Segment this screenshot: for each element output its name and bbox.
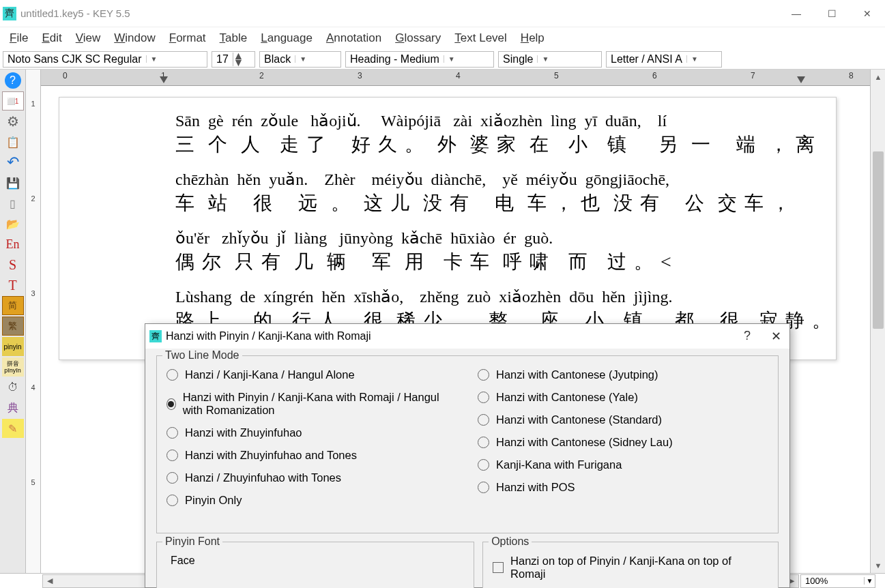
radio-option[interactable]: Hanzi with POS	[478, 481, 768, 494]
menu-text-level[interactable]: Text Level	[449, 29, 512, 48]
zoom-value: 100%	[801, 576, 864, 586]
menu-annotation[interactable]: Annotation	[321, 29, 387, 48]
radio-option[interactable]: Hanzi with Zhuyinfuhao	[166, 426, 457, 439]
radio-icon[interactable]	[166, 398, 176, 410]
paper-combo[interactable]: Letter / ANSI A▼	[606, 51, 722, 68]
page[interactable]: Sān gè rén zǒule hǎojiǔ. Wàipójiā zài xi…	[59, 97, 837, 360]
radio-label: Hanzi / Kanji-Kana / Hangul Alone	[185, 368, 355, 381]
radio-label: Hanzi with Zhuyinfuhao and Tones	[185, 449, 357, 462]
left-margin-icon[interactable]	[160, 76, 168, 83]
radio-option[interactable]: Hanzi / Kanji-Kana / Hangul Alone	[166, 368, 457, 381]
spacing-combo[interactable]: Single▼	[498, 51, 602, 68]
scroll-down-icon[interactable]: ▼	[871, 558, 885, 573]
chevron-down-icon: ▼	[146, 55, 158, 63]
left-rail: ? ⬜1 ⚙ 📋 ↶ 💾 ▯ 📂 En S T 简 繁 pinyin 拼音pīn…	[0, 70, 26, 573]
maximize-button[interactable]: ☐	[814, 0, 850, 27]
traditional-han-icon[interactable]: 繁	[2, 317, 24, 336]
radio-label: Hanzi with Pinyin / Kanji-Kana with Roma…	[183, 391, 457, 417]
minimize-button[interactable]: —	[779, 0, 814, 27]
pinyin-line: Sān gè rén zǒule hǎojiǔ. Wàipójiā zài xi…	[175, 111, 809, 130]
radio-icon[interactable]	[166, 472, 178, 484]
menubar: File Edit View Window Format Table Langu…	[0, 27, 885, 49]
menu-edit[interactable]: Edit	[36, 29, 67, 48]
new-icon[interactable]: ▯	[2, 194, 24, 213]
simplified-han-icon[interactable]: 简	[2, 296, 24, 315]
menu-file[interactable]: File	[4, 29, 33, 48]
radio-icon[interactable]	[166, 369, 178, 381]
zoom-combo[interactable]: 100%▼	[800, 574, 875, 588]
scroll-up-icon[interactable]: ▲	[871, 70, 885, 85]
hanzi-line: 偶 尔 只 有 几 辆 军 用 卡 车 呼 啸 而 过 。 <	[175, 249, 809, 275]
titlebar: 齊 untitled1.key5 - KEY 5.5 — ☐ ✕	[0, 0, 885, 27]
radio-option[interactable]: Pinyin Only	[166, 494, 457, 507]
group-title: Options	[489, 535, 532, 548]
radio-icon[interactable]	[478, 482, 489, 493]
text-body[interactable]: Sān gè rén zǒule hǎojiǔ. Wàipójiā zài xi…	[59, 98, 836, 359]
help-icon[interactable]: ?	[5, 72, 21, 89]
open-icon[interactable]: 📂	[2, 214, 24, 233]
size-combo[interactable]: 17▲▼	[212, 51, 255, 68]
pinyin-label-icon[interactable]: 拼音pīnyīn	[2, 357, 24, 377]
paper-value: Letter / ANSI A	[607, 53, 686, 65]
vertical-scrollbar[interactable]: ▲ ▼	[870, 70, 885, 573]
checkbox-hanzi-on-top[interactable]	[493, 562, 504, 573]
menu-table[interactable]: Table	[214, 29, 253, 48]
style-combo[interactable]: Heading - Medium▼	[345, 51, 494, 68]
menu-language[interactable]: Language	[255, 29, 318, 48]
horizontal-ruler[interactable]: 0 1 2 3 4 5 6 7 8	[41, 70, 885, 86]
dialog-title: Hanzi with Pinyin / Kanji-Kana with Roma…	[166, 330, 371, 342]
radio-option[interactable]: Hanzi with Cantonese (Standard)	[478, 413, 768, 426]
dictionary-icon[interactable]: 典	[2, 398, 24, 417]
simplified-icon[interactable]: S	[2, 255, 24, 274]
radio-option[interactable]: Hanzi with Zhuyinfuhao and Tones	[166, 449, 457, 462]
timer-icon[interactable]: ⏱	[2, 378, 24, 397]
radio-icon[interactable]	[478, 369, 489, 381]
radio-option[interactable]: Hanzi with Pinyin / Kanji-Kana with Roma…	[166, 391, 457, 417]
radio-option[interactable]: Hanzi with Cantonese (Yale)	[478, 391, 768, 404]
group-title: Two Line Mode	[162, 349, 242, 362]
gear-icon[interactable]: ⚙	[2, 112, 24, 131]
radio-option[interactable]: Hanzi with Cantonese (Jyutping)	[478, 368, 768, 381]
pinyin-font-group: Pinyin Font Face	[156, 542, 474, 588]
right-margin-icon[interactable]	[797, 76, 805, 83]
color-combo[interactable]: Black▼	[259, 51, 341, 68]
radio-label: Hanzi with Cantonese (Sidney Lau)	[496, 436, 673, 449]
radio-icon[interactable]	[478, 459, 489, 471]
dialog-close-button[interactable]: ✕	[771, 329, 781, 344]
dialog-help-button[interactable]: ?	[744, 329, 751, 344]
radio-icon[interactable]	[166, 495, 178, 506]
radio-label: Hanzi with POS	[496, 481, 575, 494]
menu-view[interactable]: View	[70, 29, 106, 48]
radio-icon[interactable]	[478, 392, 489, 403]
radio-label: Hanzi with Cantonese (Yale)	[496, 391, 638, 404]
traditional-icon[interactable]: T	[2, 276, 24, 295]
save-icon[interactable]: 💾	[2, 173, 24, 192]
radio-option[interactable]: Hanzi / Zhuyinfuhao with Tones	[166, 471, 457, 484]
scroll-left-icon[interactable]: ◀	[43, 576, 57, 585]
pinyin-line: chēzhàn hěn yuǎn. Zhèr méiyǒu diànchē, y…	[175, 170, 809, 189]
pinyin-yellow-icon[interactable]: pinyin	[2, 337, 24, 356]
clipboard-icon[interactable]: 📋	[2, 132, 24, 151]
close-button[interactable]: ✕	[850, 0, 885, 27]
menu-glossary[interactable]: Glossary	[390, 29, 446, 48]
menu-help[interactable]: Help	[515, 29, 550, 48]
radio-icon[interactable]	[478, 414, 489, 426]
english-icon[interactable]: En	[2, 235, 24, 254]
date-icon[interactable]: ⬜1	[2, 91, 24, 111]
radio-option[interactable]: Hanzi with Cantonese (Sidney Lau)	[478, 436, 768, 449]
radio-column-left: Hanzi / Kanji-Kana / Hangul AloneHanzi w…	[166, 368, 457, 516]
scroll-thumb[interactable]	[873, 151, 884, 329]
undo-icon[interactable]: ↶	[2, 153, 24, 172]
radio-icon[interactable]	[166, 427, 178, 439]
hanzi-line: 三 个 人 走 了 好 久 。 外 婆 家 在 小 镇 另 一 端 ， 离	[175, 132, 809, 158]
font-combo[interactable]: Noto Sans CJK SC Regular▼	[3, 51, 207, 68]
menu-window[interactable]: Window	[108, 29, 160, 48]
radio-label: Hanzi / Zhuyinfuhao with Tones	[185, 471, 341, 484]
chevron-down-icon: ▼	[864, 577, 875, 585]
radio-option[interactable]: Kanji-Kana with Furigana	[478, 458, 768, 471]
menu-format[interactable]: Format	[164, 29, 212, 48]
radio-label: Kanji-Kana with Furigana	[496, 458, 622, 471]
radio-icon[interactable]	[166, 450, 178, 461]
radio-icon[interactable]	[478, 437, 489, 448]
pencil-icon[interactable]: ✎	[2, 419, 24, 438]
